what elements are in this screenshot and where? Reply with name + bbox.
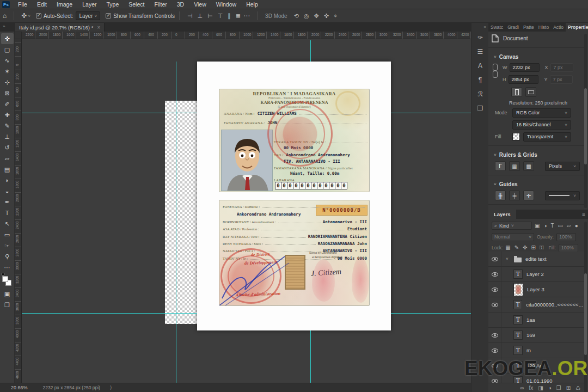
filter-type-layers-icon[interactable]: T (551, 223, 554, 229)
ruler-units-dropdown[interactable]: Pixels˅ (545, 162, 580, 171)
frame-tool[interactable]: ⊠ (1, 88, 14, 99)
align-right-icon[interactable]: ⊢ (207, 13, 213, 20)
layer-thumbnail[interactable] (513, 283, 523, 296)
menu-item[interactable]: Type (101, 1, 124, 8)
orientation-landscape-button[interactable] (525, 87, 536, 97)
fill-field[interactable]: 100% (559, 244, 578, 252)
shape-tool[interactable]: ▭ (1, 229, 14, 240)
tab-swatches[interactable]: Swatc (488, 23, 505, 32)
pen-tool[interactable]: ✒ (1, 197, 14, 207)
more-tools[interactable]: ⋯ (1, 262, 14, 273)
guide-line[interactable] (176, 62, 176, 383)
more-options-icon[interactable]: ⋯ (241, 12, 253, 20)
cita0000000..<<<<<<<<0 d[interactable]: ˅ cita0000000..<<<<<<<<0 d (488, 297, 586, 313)
brush-tool[interactable]: ✎ (1, 120, 14, 131)
clone-stamp-tool[interactable]: ⊥ (1, 131, 14, 142)
menu-item[interactable]: Window (211, 1, 241, 8)
quick-selection-tool[interactable]: ✶ (1, 66, 14, 77)
drag-3d-icon[interactable]: ✥ (314, 13, 318, 20)
eyedropper-tool[interactable]: ✐ (1, 99, 14, 109)
crop-tool[interactable]: ⊹ (1, 77, 14, 88)
visibility-toggle[interactable] (488, 267, 501, 281)
filter-pixel-layers-icon[interactable]: ▣ (535, 223, 540, 229)
layer-thumbnail[interactable] (513, 300, 522, 309)
brush-settings-icon[interactable]: ✑ (474, 32, 487, 44)
visibility-toggle[interactable] (488, 282, 501, 297)
rulers-grids-section-header[interactable]: ˅ Rulers & Grids (488, 149, 586, 160)
distribute-v-icon[interactable]: ≣ (236, 13, 241, 20)
vertical-ruler[interactable]: 2000200400600800100012001400160018002000… (15, 39, 22, 383)
Layer 3[interactable]: ˅ Layer 3 (488, 282, 586, 297)
path-selection-tool[interactable]: ↖ (1, 218, 14, 229)
horizontal-ruler[interactable]: 2200200018001600140012001000800600400200… (22, 32, 471, 39)
layer-thumbnail[interactable] (514, 258, 522, 262)
show-transform-checkbox[interactable]: ✓ (106, 13, 111, 19)
dodge-tool[interactable]: ◒ (1, 186, 14, 197)
collapse-toolbar-icon[interactable]: » (3, 24, 4, 29)
foreground-color-swatch[interactable] (2, 276, 8, 282)
fill-swatch[interactable] (512, 133, 520, 140)
delete-layer-icon[interactable]: ♺ (575, 385, 580, 391)
auto-select-checkbox[interactable]: ✓ (36, 13, 41, 19)
paragraph-panel-icon[interactable]: ¶ (474, 74, 487, 86)
filter-smart-objects-icon[interactable]: ▱ (567, 223, 571, 229)
align-center-h-icon[interactable]: ⊥ (198, 13, 203, 20)
guide-style-dropdown[interactable]: ˅ (545, 191, 580, 200)
brushes-icon[interactable]: ☰ (474, 46, 487, 58)
default-colors-icon[interactable] (2, 273, 4, 275)
toggle-grid-button[interactable]: ▦ (509, 161, 520, 171)
guide-line[interactable] (391, 313, 471, 314)
lock-artboard-icon[interactable]: ⊞ (531, 244, 536, 251)
visibility-toggle[interactable] (488, 328, 501, 342)
menu-item[interactable]: Filter (149, 1, 171, 8)
scrollbar-thumb[interactable] (584, 88, 587, 164)
link-dimensions-icon[interactable] (493, 64, 497, 78)
hand-tool[interactable]: ☞ (1, 240, 14, 251)
opacity-field[interactable]: 100% (556, 233, 576, 241)
tab-gradients[interactable]: Gradi (505, 23, 521, 32)
ruler-origin-corner[interactable] (15, 32, 22, 39)
guide-line[interactable] (22, 313, 197, 314)
menu-item[interactable]: File (13, 1, 32, 8)
toggle-guides-button[interactable]: ╫ (495, 191, 506, 200)
new-layer-icon[interactable]: ⊞ (566, 385, 571, 391)
auto-select-target-dropdown[interactable]: Layer ˅ (76, 11, 100, 20)
bit-depth-dropdown[interactable]: 16 Bits/Channel˅ (512, 120, 571, 130)
link-layers-icon[interactable]: ∞ (520, 385, 524, 391)
zoom-tool[interactable]: ⚲ (1, 251, 14, 262)
canvas-section-header[interactable]: ˅ Canvas (488, 51, 586, 62)
m[interactable]: ˅ m (488, 343, 586, 358)
layer-effects-icon[interactable]: fx (529, 385, 533, 391)
canvas-area[interactable]: REPOBLIKAN ' I MADAGASIKARA Fitiavana - … (22, 39, 471, 383)
align-top-icon[interactable]: ⊤ (218, 13, 223, 20)
quick-mask-button[interactable]: ▣ (1, 289, 14, 299)
gradient-tool[interactable]: ▤ (1, 164, 14, 175)
width-field[interactable]: 2232 px (510, 63, 540, 72)
lock-guides-button[interactable]: ╪ (509, 191, 520, 200)
layer-group-icon[interactable]: ❒ (556, 385, 561, 391)
toggle-rulers-button[interactable]: Γ (495, 161, 506, 171)
guide-line[interactable] (22, 113, 197, 113)
menu-item[interactable]: Select (124, 1, 149, 8)
visibility-toggle[interactable] (488, 252, 501, 266)
lock-all-icon[interactable]: ⚿ (540, 244, 544, 251)
menu-item[interactable]: View (189, 1, 211, 8)
169[interactable]: ˅ 169 (488, 328, 586, 343)
chevron-down-icon[interactable]: ˅ (28, 14, 30, 19)
visibility-toggle[interactable] (488, 343, 501, 358)
height-field[interactable]: 2854 px (509, 75, 538, 84)
move-tool[interactable]: ✜ (1, 33, 14, 44)
distribute-h-icon[interactable]: ∥ (228, 13, 231, 20)
tab-history[interactable]: Histo (536, 23, 551, 32)
layer-thumbnail[interactable] (513, 270, 523, 279)
zoom-level-field[interactable]: 20.66% (11, 385, 28, 390)
character-panel-icon[interactable]: A (474, 60, 487, 72)
x-field[interactable]: 7 px (550, 63, 573, 72)
tab-patterns[interactable]: Patte (521, 23, 536, 32)
status-options-icon[interactable]: ⟩ (110, 385, 112, 390)
filter-shape-layers-icon[interactable]: ▭ (558, 223, 563, 229)
document-tab[interactable]: Italy id.psd @ 20.7% (RGB/16) * × (15, 23, 105, 32)
blend-mode-dropdown[interactable]: Normal˅ (492, 233, 534, 241)
layer-thumbnail[interactable] (513, 330, 523, 340)
align-left-icon[interactable]: ⊣ (187, 13, 193, 20)
